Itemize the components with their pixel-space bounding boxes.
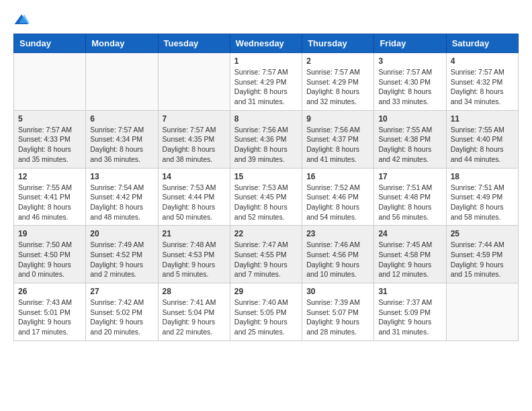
day-info: Sunrise: 7:49 AM Sunset: 4:52 PM Dayligh… <box>90 240 153 279</box>
calendar-cell <box>86 53 158 111</box>
day-number: 19 <box>18 229 81 238</box>
calendar-cell: 29Sunrise: 7:40 AM Sunset: 5:05 PM Dayli… <box>230 283 302 341</box>
calendar-cell: 5Sunrise: 7:57 AM Sunset: 4:33 PM Daylig… <box>14 110 86 168</box>
calendar-cell: 14Sunrise: 7:53 AM Sunset: 4:44 PM Dayli… <box>158 168 230 226</box>
day-number: 31 <box>378 287 441 296</box>
day-header-friday: Friday <box>374 34 446 53</box>
calendar-cell: 2Sunrise: 7:57 AM Sunset: 4:29 PM Daylig… <box>302 53 374 111</box>
calendar-cell: 24Sunrise: 7:45 AM Sunset: 4:58 PM Dayli… <box>374 226 446 283</box>
calendar-week-row: 1Sunrise: 7:57 AM Sunset: 4:29 PM Daylig… <box>14 53 519 111</box>
day-number: 4 <box>451 56 514 66</box>
calendar-cell: 16Sunrise: 7:52 AM Sunset: 4:46 PM Dayli… <box>302 168 374 226</box>
day-number: 24 <box>378 229 441 238</box>
calendar-cell <box>14 53 86 111</box>
day-number: 27 <box>90 287 153 296</box>
day-number: 22 <box>234 229 298 238</box>
day-info: Sunrise: 7:47 AM Sunset: 4:55 PM Dayligh… <box>234 240 298 279</box>
day-header-monday: Monday <box>86 34 158 53</box>
day-info: Sunrise: 7:56 AM Sunset: 4:36 PM Dayligh… <box>234 125 298 165</box>
day-info: Sunrise: 7:57 AM Sunset: 4:34 PM Dayligh… <box>90 125 153 165</box>
day-number: 12 <box>18 172 81 181</box>
day-number: 23 <box>306 229 369 238</box>
calendar-cell: 21Sunrise: 7:48 AM Sunset: 4:53 PM Dayli… <box>158 226 230 283</box>
day-info: Sunrise: 7:57 AM Sunset: 4:30 PM Dayligh… <box>378 67 441 107</box>
calendar-cell: 13Sunrise: 7:54 AM Sunset: 4:42 PM Dayli… <box>86 168 158 226</box>
day-info: Sunrise: 7:41 AM Sunset: 5:04 PM Dayligh… <box>163 298 226 337</box>
day-number: 9 <box>306 114 369 124</box>
day-info: Sunrise: 7:54 AM Sunset: 4:42 PM Dayligh… <box>90 183 153 222</box>
day-info: Sunrise: 7:57 AM Sunset: 4:32 PM Dayligh… <box>451 67 514 107</box>
day-info: Sunrise: 7:43 AM Sunset: 5:01 PM Dayligh… <box>18 298 81 337</box>
calendar-cell: 8Sunrise: 7:56 AM Sunset: 4:36 PM Daylig… <box>230 110 302 168</box>
calendar-cell: 26Sunrise: 7:43 AM Sunset: 5:01 PM Dayli… <box>14 283 86 341</box>
day-number: 2 <box>306 56 369 66</box>
day-info: Sunrise: 7:40 AM Sunset: 5:05 PM Dayligh… <box>234 298 298 337</box>
calendar-cell: 27Sunrise: 7:42 AM Sunset: 5:02 PM Dayli… <box>86 283 158 341</box>
calendar-cell <box>446 283 518 341</box>
day-info: Sunrise: 7:56 AM Sunset: 4:37 PM Dayligh… <box>306 125 369 165</box>
calendar-cell: 7Sunrise: 7:57 AM Sunset: 4:35 PM Daylig… <box>158 110 230 168</box>
day-number: 15 <box>234 172 298 181</box>
day-info: Sunrise: 7:57 AM Sunset: 4:33 PM Dayligh… <box>18 125 81 165</box>
day-number: 8 <box>234 114 298 124</box>
calendar-cell: 17Sunrise: 7:51 AM Sunset: 4:48 PM Dayli… <box>374 168 446 226</box>
calendar-cell: 23Sunrise: 7:46 AM Sunset: 4:56 PM Dayli… <box>302 226 374 283</box>
calendar-cell: 1Sunrise: 7:57 AM Sunset: 4:29 PM Daylig… <box>230 53 302 111</box>
day-info: Sunrise: 7:39 AM Sunset: 5:07 PM Dayligh… <box>306 298 369 337</box>
day-info: Sunrise: 7:55 AM Sunset: 4:41 PM Dayligh… <box>18 183 81 222</box>
logo-icon <box>13 13 30 27</box>
calendar-cell: 15Sunrise: 7:53 AM Sunset: 4:45 PM Dayli… <box>230 168 302 226</box>
day-number: 30 <box>306 287 369 296</box>
calendar-cell <box>158 53 230 111</box>
day-info: Sunrise: 7:53 AM Sunset: 4:45 PM Dayligh… <box>234 183 298 222</box>
day-number: 3 <box>378 56 441 66</box>
day-header-tuesday: Tuesday <box>158 34 230 53</box>
day-number: 26 <box>18 287 81 296</box>
calendar-cell: 11Sunrise: 7:55 AM Sunset: 4:40 PM Dayli… <box>446 110 518 168</box>
day-info: Sunrise: 7:51 AM Sunset: 4:49 PM Dayligh… <box>451 183 514 222</box>
calendar-week-row: 5Sunrise: 7:57 AM Sunset: 4:33 PM Daylig… <box>14 110 519 168</box>
calendar-cell: 4Sunrise: 7:57 AM Sunset: 4:32 PM Daylig… <box>446 53 518 111</box>
day-number: 20 <box>90 229 153 238</box>
day-info: Sunrise: 7:51 AM Sunset: 4:48 PM Dayligh… <box>378 183 441 222</box>
day-number: 10 <box>378 114 441 124</box>
day-info: Sunrise: 7:52 AM Sunset: 4:46 PM Dayligh… <box>306 183 369 222</box>
day-info: Sunrise: 7:57 AM Sunset: 4:35 PM Dayligh… <box>163 125 226 165</box>
day-header-sunday: Sunday <box>14 34 86 53</box>
day-info: Sunrise: 7:42 AM Sunset: 5:02 PM Dayligh… <box>90 298 153 337</box>
day-number: 7 <box>163 114 226 124</box>
day-info: Sunrise: 7:57 AM Sunset: 4:29 PM Dayligh… <box>306 67 369 107</box>
calendar-header-row: SundayMondayTuesdayWednesdayThursdayFrid… <box>14 34 519 53</box>
day-number: 25 <box>451 229 514 238</box>
calendar-cell: 3Sunrise: 7:57 AM Sunset: 4:30 PM Daylig… <box>374 53 446 111</box>
calendar-week-row: 19Sunrise: 7:50 AM Sunset: 4:50 PM Dayli… <box>14 226 519 283</box>
day-number: 16 <box>306 172 369 181</box>
day-number: 21 <box>163 229 226 238</box>
day-info: Sunrise: 7:45 AM Sunset: 4:58 PM Dayligh… <box>378 240 441 279</box>
calendar-cell: 30Sunrise: 7:39 AM Sunset: 5:07 PM Dayli… <box>302 283 374 341</box>
day-info: Sunrise: 7:44 AM Sunset: 4:59 PM Dayligh… <box>451 240 514 279</box>
calendar-cell: 22Sunrise: 7:47 AM Sunset: 4:55 PM Dayli… <box>230 226 302 283</box>
day-number: 14 <box>163 172 226 181</box>
day-info: Sunrise: 7:57 AM Sunset: 4:29 PM Dayligh… <box>234 67 298 107</box>
day-info: Sunrise: 7:48 AM Sunset: 4:53 PM Dayligh… <box>163 240 226 279</box>
day-info: Sunrise: 7:46 AM Sunset: 4:56 PM Dayligh… <box>306 240 369 279</box>
calendar-week-row: 12Sunrise: 7:55 AM Sunset: 4:41 PM Dayli… <box>14 168 519 226</box>
calendar-cell: 12Sunrise: 7:55 AM Sunset: 4:41 PM Dayli… <box>14 168 86 226</box>
day-number: 13 <box>90 172 153 181</box>
calendar-cell: 19Sunrise: 7:50 AM Sunset: 4:50 PM Dayli… <box>14 226 86 283</box>
day-number: 1 <box>234 56 298 66</box>
calendar-cell: 18Sunrise: 7:51 AM Sunset: 4:49 PM Dayli… <box>446 168 518 226</box>
day-info: Sunrise: 7:50 AM Sunset: 4:50 PM Dayligh… <box>18 240 81 279</box>
day-info: Sunrise: 7:37 AM Sunset: 5:09 PM Dayligh… <box>378 298 441 337</box>
day-header-thursday: Thursday <box>302 34 374 53</box>
day-info: Sunrise: 7:53 AM Sunset: 4:44 PM Dayligh… <box>163 183 226 222</box>
calendar-cell: 28Sunrise: 7:41 AM Sunset: 5:04 PM Dayli… <box>158 283 230 341</box>
day-number: 17 <box>378 172 441 181</box>
day-number: 5 <box>18 114 81 124</box>
day-number: 29 <box>234 287 298 296</box>
day-number: 18 <box>451 172 514 181</box>
day-number: 6 <box>90 114 153 124</box>
day-number: 28 <box>163 287 226 296</box>
day-header-wednesday: Wednesday <box>230 34 302 53</box>
